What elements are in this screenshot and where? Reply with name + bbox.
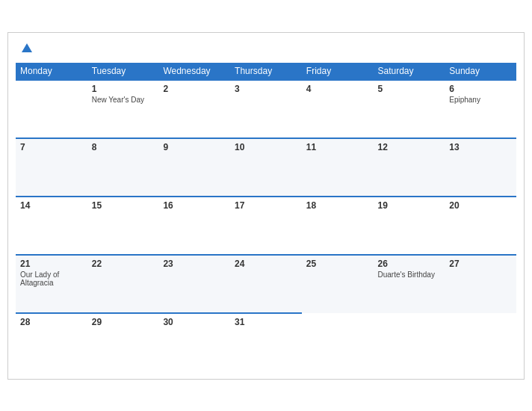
calendar-cell: 26Duarte's Birthday xyxy=(374,255,445,313)
day-number: 10 xyxy=(235,142,297,152)
calendar-header xyxy=(16,40,516,55)
weekday-header-saturday: Saturday xyxy=(374,63,445,80)
calendar-cell: 30 xyxy=(158,313,230,371)
day-number: 29 xyxy=(92,317,155,327)
day-number: 8 xyxy=(92,142,155,152)
day-number: 12 xyxy=(378,142,441,152)
calendar-wrapper: MondayTuesdayWednesdayThursdayFridaySatu… xyxy=(7,32,525,380)
logo-triangle-icon xyxy=(22,43,32,52)
week-row-3: 14151617181920 xyxy=(16,197,516,255)
day-event: New Year's Day xyxy=(92,96,155,104)
weekday-header-tuesday: Tuesday xyxy=(87,63,159,80)
calendar-cell: 31 xyxy=(230,313,302,371)
day-number: 7 xyxy=(20,142,83,152)
calendar-cell: 19 xyxy=(374,197,445,255)
calendar-cell: 28 xyxy=(16,313,87,371)
day-number: 17 xyxy=(235,200,297,211)
week-row-2: 78910111213 xyxy=(16,138,516,197)
calendar-cell xyxy=(445,313,516,371)
weekday-header-sunday: Sunday xyxy=(445,63,516,80)
calendar-cell: 16 xyxy=(158,197,230,255)
day-number: 24 xyxy=(235,259,297,269)
day-number: 5 xyxy=(378,84,441,94)
calendar-cell: 10 xyxy=(230,138,302,197)
weekday-header-monday: Monday xyxy=(16,63,87,80)
day-number: 3 xyxy=(235,84,297,94)
calendar-cell: 7 xyxy=(16,138,87,197)
calendar-cell: 3 xyxy=(230,80,302,138)
calendar-cell: 22 xyxy=(87,255,159,313)
calendar-cell: 20 xyxy=(445,197,516,255)
calendar-cell: 29 xyxy=(87,313,159,371)
day-number: 16 xyxy=(163,200,226,211)
weekday-header-row: MondayTuesdayWednesdayThursdayFridaySatu… xyxy=(16,63,516,80)
calendar-cell: 21Our Lady of Altagracia xyxy=(16,255,87,313)
day-number: 25 xyxy=(306,259,369,269)
day-number: 13 xyxy=(449,142,512,152)
day-number: 11 xyxy=(306,142,369,152)
week-row-5: 28293031 xyxy=(16,313,516,371)
calendar-cell: 13 xyxy=(445,138,516,197)
weekday-header-thursday: Thursday xyxy=(230,63,302,80)
calendar-cell: 11 xyxy=(302,138,374,197)
day-event: Our Lady of Altagracia xyxy=(20,271,83,287)
calendar-cell xyxy=(302,313,374,371)
calendar-cell: 1New Year's Day xyxy=(87,80,159,138)
day-number: 15 xyxy=(92,200,155,211)
calendar-cell: 12 xyxy=(374,138,445,197)
day-number: 21 xyxy=(20,259,83,269)
day-number: 1 xyxy=(92,84,155,94)
calendar-cell: 8 xyxy=(87,138,159,197)
day-number: 22 xyxy=(92,259,155,269)
week-row-4: 21Our Lady of Altagracia2223242526Duarte… xyxy=(16,255,516,313)
day-number: 14 xyxy=(20,200,83,211)
weekday-header-wednesday: Wednesday xyxy=(158,63,230,80)
calendar-cell xyxy=(16,80,87,138)
calendar-cell: 17 xyxy=(230,197,302,255)
day-number: 19 xyxy=(378,200,441,211)
calendar-cell: 18 xyxy=(302,197,374,255)
day-number: 27 xyxy=(449,259,512,269)
calendar-cell: 24 xyxy=(230,255,302,313)
week-row-1: 1New Year's Day23456Epiphany xyxy=(16,80,516,138)
day-event: Epiphany xyxy=(449,96,512,104)
day-number: 28 xyxy=(20,317,83,327)
day-number: 26 xyxy=(378,259,441,269)
calendar-cell: 2 xyxy=(158,80,230,138)
calendar-cell xyxy=(374,313,445,371)
day-number: 30 xyxy=(163,317,226,327)
day-number: 31 xyxy=(235,317,297,327)
calendar-cell: 6Epiphany xyxy=(445,80,516,138)
calendar-cell: 15 xyxy=(87,197,159,255)
calendar-cell: 9 xyxy=(158,138,230,197)
day-number: 4 xyxy=(306,84,369,94)
day-number: 6 xyxy=(449,84,512,94)
day-number: 9 xyxy=(163,142,226,152)
calendar-cell: 27 xyxy=(445,255,516,313)
day-number: 18 xyxy=(306,200,369,211)
calendar-grid: MondayTuesdayWednesdayThursdayFridaySatu… xyxy=(16,63,516,371)
day-number: 20 xyxy=(449,200,512,211)
calendar-cell: 14 xyxy=(16,197,87,255)
day-number: 2 xyxy=(163,84,226,94)
day-event: Duarte's Birthday xyxy=(378,271,441,279)
calendar-cell: 5 xyxy=(374,80,445,138)
day-number: 23 xyxy=(163,259,226,269)
weekday-header-friday: Friday xyxy=(302,63,374,80)
calendar-cell: 25 xyxy=(302,255,374,313)
calendar-cell: 23 xyxy=(158,255,230,313)
calendar-cell: 4 xyxy=(302,80,374,138)
logo xyxy=(19,43,32,52)
